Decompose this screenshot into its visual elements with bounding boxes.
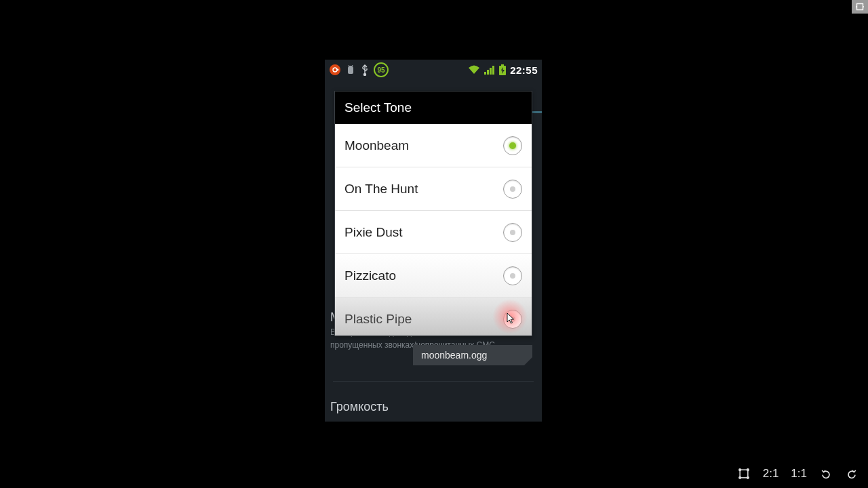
host-controls: 2:1 1:1	[728, 460, 868, 488]
status-clock: 22:55	[510, 64, 538, 76]
battery-percent-icon: 95	[374, 62, 389, 77]
tone-item-on-the-hunt[interactable]: On The Hunt	[335, 167, 532, 211]
battery-percent-value: 95	[377, 66, 384, 74]
svg-point-10	[337, 69, 339, 71]
fit-to-window-icon[interactable]	[737, 467, 751, 481]
dialog-title: Select Tone	[335, 92, 532, 124]
svg-rect-20	[501, 64, 504, 66]
android-debug-icon	[345, 64, 356, 75]
usb-icon	[360, 64, 370, 76]
tone-item-pizzicato[interactable]: Pizzicato	[335, 254, 532, 298]
signal-icon	[484, 65, 495, 75]
svg-point-4	[739, 469, 741, 471]
setting-row-volume[interactable]: Громкость	[330, 400, 536, 414]
battery-charging-icon	[499, 64, 506, 75]
window-restore-button[interactable]	[852, 0, 868, 14]
svg-rect-0	[857, 4, 863, 10]
tone-item-plastic-pipe[interactable]: Plastic Pipe	[335, 298, 532, 336]
wifi-icon	[468, 65, 480, 75]
tone-label: Pixie Dust	[344, 225, 403, 240]
device-screen: 95 22:55 Предпочтения Мелодия Выберите м…	[325, 60, 542, 422]
select-tone-dialog: Select Tone Moonbeam On The Hunt Pixie D…	[334, 91, 532, 336]
tone-label: Moonbeam	[344, 138, 409, 153]
svg-point-7	[747, 477, 749, 479]
svg-point-6	[739, 477, 741, 479]
radio-icon[interactable]	[503, 310, 522, 329]
radio-icon[interactable]	[503, 266, 522, 285]
ubuntu-icon	[329, 64, 341, 76]
tone-label: Plastic Pipe	[344, 312, 412, 327]
svg-point-5	[747, 469, 749, 471]
svg-rect-3	[740, 470, 748, 478]
svg-point-14	[364, 74, 366, 76]
tone-label: On The Hunt	[344, 182, 418, 197]
svg-rect-18	[492, 66, 494, 75]
tooltip: moonbeam.ogg	[413, 345, 532, 365]
svg-rect-15	[484, 72, 486, 75]
tone-item-pixie-dust[interactable]: Pixie Dust	[335, 211, 532, 254]
zoom-ratio-1-1[interactable]: 1:1	[791, 467, 807, 481]
tone-label: Pizzicato	[344, 268, 396, 283]
rotate-left-icon[interactable]	[819, 467, 833, 481]
setting-title: Громкость	[330, 400, 536, 414]
tone-list[interactable]: Moonbeam On The Hunt Pixie Dust Pizzicat…	[335, 124, 532, 336]
svg-rect-17	[490, 68, 492, 75]
tone-item-moonbeam[interactable]: Moonbeam	[335, 124, 532, 167]
svg-rect-16	[487, 70, 489, 75]
svg-line-12	[352, 65, 353, 66]
tooltip-text: moonbeam.ogg	[421, 350, 487, 361]
radio-icon[interactable]	[503, 136, 522, 155]
divider	[333, 381, 534, 382]
zoom-ratio-2-1[interactable]: 2:1	[763, 467, 779, 481]
svg-point-8	[330, 64, 340, 75]
status-bar: 95 22:55	[325, 60, 542, 80]
radio-icon[interactable]	[503, 223, 522, 242]
rotate-right-icon[interactable]	[845, 467, 859, 481]
radio-icon[interactable]	[503, 180, 522, 199]
svg-line-11	[349, 65, 350, 66]
